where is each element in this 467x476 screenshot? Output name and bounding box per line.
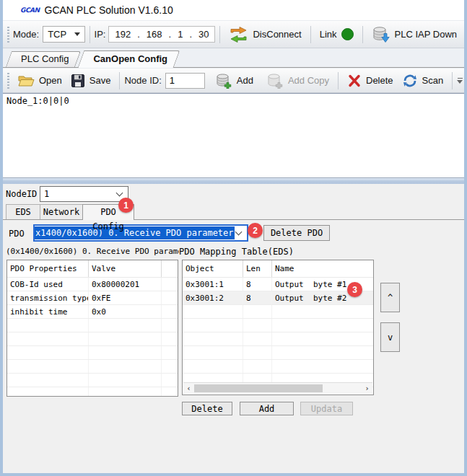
table-row[interactable] [183, 346, 373, 360]
move-down-button[interactable]: v [380, 322, 400, 352]
table-cell: COB-Id used [7, 278, 89, 291]
separator [362, 26, 363, 43]
link-label: Link [320, 29, 337, 40]
disconnect-button[interactable]: DisConnect [224, 25, 305, 45]
ip-octet-1[interactable]: 192 [115, 29, 131, 40]
table-row[interactable]: COB-Id used0x80000201 [7, 278, 178, 291]
ip-label: IP: [95, 29, 106, 40]
toolbar-overflow-icon[interactable] [457, 78, 463, 84]
node-id-label: Node ID: [124, 75, 161, 86]
table-cell [183, 319, 243, 332]
canopen-toolbar: Open Save Node ID: Add [3, 68, 464, 93]
title-bar: GCAN GCAN PLC Solution V1.6.10 [3, 0, 464, 20]
pdo-panel: NodeID 1 EDS Network PDO Config 1 PDO x1… [3, 184, 464, 473]
update-mapping-button[interactable]: Updata [300, 402, 353, 415]
table-row[interactable] [7, 374, 178, 387]
red-x-icon [347, 74, 362, 88]
ip-dot: . [169, 29, 172, 40]
table-row[interactable]: inhibit time0x0 [7, 305, 178, 319]
chevron-down-icon [116, 190, 123, 197]
table-row[interactable] [183, 305, 373, 319]
scroll-left-icon[interactable]: ‹ [183, 384, 194, 392]
table-cell [7, 360, 89, 373]
nodeid-label: NodeID [6, 189, 37, 199]
table-row[interactable] [183, 332, 373, 346]
tab-page-border [3, 219, 464, 220]
add-node-button[interactable]: Add [211, 71, 258, 90]
node-output-area[interactable]: Node_1:0|0|0 [3, 93, 464, 178]
link-status[interactable]: Link [315, 27, 358, 42]
table-cell [89, 319, 162, 332]
table-cell [162, 278, 178, 291]
node-output-text: Node_1:0|0|0 [6, 96, 69, 106]
add-copy-button[interactable]: Add Copy [262, 71, 333, 90]
scan-refresh-icon [402, 73, 418, 89]
horizontal-scrollbar[interactable]: ‹ › [183, 382, 372, 394]
move-up-button[interactable]: ^ [380, 283, 400, 312]
add-label: Add [237, 75, 253, 86]
table-row[interactable]: transmission type0xFE [7, 291, 178, 305]
plc-iap-down-button[interactable]: PLC IAP Down [367, 25, 461, 45]
table-cell: 0xFE [89, 291, 162, 304]
database-add-icon [215, 73, 232, 89]
nodeid-value: 1 [44, 189, 49, 199]
ip-octet-2[interactable]: 168 [147, 29, 162, 40]
column-header[interactable]: Object [183, 260, 243, 277]
sync-arrows-icon [229, 26, 248, 43]
table-row[interactable] [7, 387, 178, 397]
table-row[interactable]: 0x3001:28Output byte #2 [183, 291, 373, 305]
tab-eds[interactable]: EDS [6, 204, 40, 219]
table-row[interactable] [183, 360, 373, 374]
app-window: GCAN GCAN PLC Solution V1.6.10 Mode: TCP… [0, 0, 467, 476]
toolbar-grip-icon[interactable] [7, 27, 9, 43]
column-header[interactable]: Name [272, 260, 373, 277]
delete-node-button[interactable]: Delete [343, 72, 398, 89]
scan-button[interactable]: Scan [398, 71, 448, 90]
ip-address-input[interactable]: 192 . 168 . 1 . 30 [108, 26, 215, 43]
column-header[interactable]: PDO Properties [7, 260, 89, 277]
table-cell [162, 387, 178, 397]
ip-octet-4[interactable]: 30 [198, 29, 209, 40]
table-cell [162, 346, 178, 359]
table-cell: inhibit time [7, 305, 89, 318]
delete-mapping-button[interactable]: Delete [182, 402, 232, 415]
step-badge-1: 1 [118, 198, 134, 213]
table-row[interactable]: 0x3001:18Output byte #1 [183, 278, 373, 291]
nodeid-select[interactable]: 1 [40, 186, 128, 202]
toolbar-grip-icon[interactable] [7, 73, 9, 89]
tab-canopen-config[interactable]: CanOpen Config [81, 50, 177, 68]
open-button[interactable]: Open [13, 72, 66, 89]
table-cell [7, 387, 89, 397]
table-row[interactable] [7, 346, 178, 360]
node-id-input[interactable] [165, 73, 205, 89]
table-row[interactable] [7, 319, 178, 332]
add-mapping-button[interactable]: Add [240, 402, 294, 415]
horizontal-splitter[interactable] [3, 178, 464, 184]
table-cell [162, 305, 178, 318]
disconnect-label: DisConnect [253, 29, 301, 40]
tab-label: PDO Config [92, 207, 123, 232]
column-header[interactable] [162, 260, 178, 277]
pdo-select[interactable]: x1400/0x1600) 0. Receive PDO parameter [33, 224, 248, 242]
column-header[interactable]: Valve [89, 260, 162, 277]
table-cell [162, 360, 178, 373]
delete-pdo-button[interactable]: Delete PDO [263, 225, 330, 241]
mode-select[interactable]: TCP [43, 26, 84, 43]
table-cell: 8 [243, 291, 272, 304]
table-row[interactable] [7, 332, 178, 346]
pdo-label: PDO [9, 229, 25, 239]
scroll-right-icon[interactable]: › [362, 384, 372, 392]
pdo-mapping-table: ‹ › ObjectLenName0x3001:18Output byte #1… [182, 260, 374, 395]
tab-network[interactable]: Network [40, 204, 83, 219]
save-floppy-icon [71, 74, 85, 88]
separator [310, 26, 311, 43]
column-header[interactable]: Len [243, 260, 272, 277]
table-cell [7, 346, 89, 359]
tab-plc-config[interactable]: PLC Config [9, 51, 78, 67]
scrollbar-thumb[interactable] [194, 384, 323, 392]
table-row[interactable] [183, 319, 373, 332]
table-row[interactable] [7, 360, 178, 374]
ip-octet-3[interactable]: 1 [178, 29, 183, 40]
save-button[interactable]: Save [66, 72, 115, 89]
separator [452, 72, 453, 89]
